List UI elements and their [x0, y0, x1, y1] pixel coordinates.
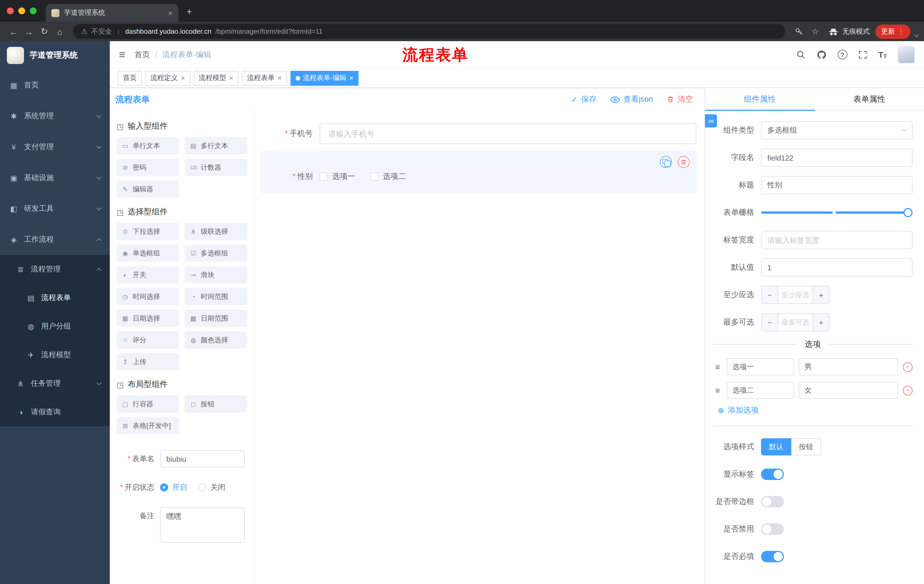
- tag-home[interactable]: 首页: [118, 71, 142, 86]
- browser-update-button[interactable]: 更新 ⋮: [875, 24, 910, 39]
- window-minimize-button[interactable]: [18, 7, 25, 14]
- back-button[interactable]: ←: [6, 26, 21, 36]
- tag-close-icon[interactable]: ×: [277, 74, 282, 82]
- remove-option-button[interactable]: −: [903, 362, 912, 372]
- palette-item-cascade-select[interactable]: ⋔级联选择: [185, 223, 247, 240]
- palette-item-counter[interactable]: 123计数器: [185, 159, 247, 176]
- delete-component-button[interactable]: [678, 156, 690, 168]
- copy-component-button[interactable]: [660, 156, 672, 168]
- sidebar-item-home[interactable]: ▦ 首页: [0, 70, 110, 100]
- bookmark-star-icon[interactable]: ☆: [812, 27, 819, 36]
- sidebar-item-system-management[interactable]: ✱ 系统管理: [0, 100, 110, 132]
- tag-process-definition[interactable]: 流程定义 ×: [145, 71, 190, 86]
- component-type-select[interactable]: 多选框组: [761, 121, 912, 140]
- sidebar-item-payment-management[interactable]: ¥ 支付管理: [0, 132, 110, 162]
- form-name-input[interactable]: [160, 450, 245, 467]
- fullscreen-icon[interactable]: [858, 50, 867, 59]
- style-button-button[interactable]: 按钮: [791, 438, 821, 456]
- increase-button[interactable]: +: [812, 286, 829, 303]
- form-remark-textarea[interactable]: 嘿嘿: [160, 507, 245, 543]
- palette-item-date-range[interactable]: ▩日期范围: [185, 310, 247, 327]
- style-default-button[interactable]: 默认: [761, 438, 791, 456]
- default-value-input[interactable]: [761, 258, 912, 276]
- tag-process-model[interactable]: 流程模型 ×: [193, 71, 238, 86]
- github-icon[interactable]: [816, 49, 827, 60]
- clear-button[interactable]: 清空: [667, 94, 693, 105]
- palette-item-upload[interactable]: ↥上传: [117, 353, 179, 370]
- tab-form-props[interactable]: 表单属性: [815, 88, 924, 110]
- address-bar[interactable]: ⚠ 不安全 | dashboard.yudao.iocoder.cn/bpm/m…: [73, 24, 785, 39]
- min-select-input[interactable]: [778, 286, 812, 303]
- save-button[interactable]: ✓ 保存: [571, 94, 597, 105]
- canvas-field-phone[interactable]: *手机号: [260, 123, 696, 144]
- sidebar-item-infrastructure[interactable]: ▣ 基础设施: [0, 162, 110, 193]
- palette-item-radio-group[interactable]: ◉单选框组: [117, 245, 179, 262]
- palette-item-password[interactable]: ⊘密码: [117, 159, 179, 176]
- option-1-label-input[interactable]: [727, 358, 794, 375]
- window-maximize-button[interactable]: [30, 7, 36, 14]
- palette-item-rating[interactable]: ☆评分: [117, 331, 179, 349]
- increase-button[interactable]: +: [812, 314, 829, 331]
- palette-item-time-range[interactable]: ◔时间范围: [185, 288, 247, 305]
- phone-input[interactable]: [320, 123, 696, 144]
- palette-item-checkbox-group[interactable]: ☑多选框组: [185, 245, 247, 262]
- required-toggle[interactable]: [761, 551, 784, 562]
- sidebar-item-dev-tools[interactable]: ◧ 研发工具: [0, 193, 110, 224]
- palette-item-table[interactable]: ⊞表格[开发中]: [117, 417, 179, 434]
- forward-button[interactable]: →: [21, 26, 36, 36]
- drag-handle-icon[interactable]: ≡: [713, 386, 722, 395]
- form-canvas[interactable]: *手机号 *: [254, 111, 705, 584]
- palette-item-slider[interactable]: ⊸滑块: [185, 266, 247, 283]
- status-off-radio[interactable]: 关闭: [198, 482, 225, 493]
- option-2-value-input[interactable]: [799, 382, 898, 399]
- user-avatar[interactable]: [898, 46, 915, 63]
- tab-close-icon[interactable]: ×: [168, 8, 173, 17]
- palette-item-time-picker[interactable]: ◷时间选择: [117, 288, 179, 305]
- chevron-down-icon[interactable]: [914, 33, 919, 38]
- tag-process-form[interactable]: 流程表单 ×: [242, 71, 287, 86]
- status-on-radio[interactable]: 开启: [160, 482, 187, 493]
- sidebar-item-workflow[interactable]: ◈ 工作流程: [0, 224, 110, 255]
- option-1-value-input[interactable]: [799, 358, 898, 375]
- tag-close-icon[interactable]: ×: [349, 74, 354, 82]
- palette-item-editor[interactable]: ✎编辑器: [117, 181, 179, 198]
- search-icon[interactable]: [795, 50, 805, 59]
- option-2-label-input[interactable]: [727, 382, 794, 399]
- help-icon[interactable]: ?: [837, 50, 847, 59]
- palette-item-switch[interactable]: ◐开关: [117, 266, 179, 283]
- password-key-icon[interactable]: [795, 27, 804, 36]
- sidebar-logo[interactable]: 芋道管理系统: [0, 41, 110, 70]
- slider-handle[interactable]: [903, 208, 912, 217]
- palette-item-date-picker[interactable]: ▦日期选择: [117, 310, 179, 327]
- palette-item-button[interactable]: ◻按钮: [185, 395, 247, 413]
- sidebar-item-user-group[interactable]: ◍ 用户分组: [0, 312, 110, 341]
- drag-handle-icon[interactable]: ≡: [713, 362, 722, 372]
- palette-item-color-picker[interactable]: ◍颜色选择: [185, 331, 247, 349]
- border-toggle[interactable]: [761, 496, 784, 507]
- link-icon[interactable]: ∞: [705, 114, 717, 127]
- decrease-button[interactable]: −: [762, 286, 778, 303]
- remove-option-button[interactable]: −: [903, 385, 912, 395]
- window-close-button[interactable]: [7, 7, 14, 14]
- tab-component-props[interactable]: 组件属性: [705, 88, 815, 110]
- new-tab-button[interactable]: +: [186, 6, 192, 18]
- view-json-button[interactable]: 查看json: [610, 94, 653, 105]
- canvas-field-gender-selected[interactable]: *性别 选项一 选项二: [260, 151, 696, 193]
- decrease-button[interactable]: −: [762, 314, 778, 331]
- gender-option-2-checkbox[interactable]: 选项二: [370, 171, 406, 182]
- reload-button[interactable]: ↻: [36, 26, 52, 36]
- disabled-toggle[interactable]: [761, 523, 784, 535]
- field-name-input[interactable]: [761, 148, 912, 167]
- sidebar-item-process-form[interactable]: ▤ 流程表单: [0, 283, 110, 312]
- palette-item-row-container[interactable]: ▢行容器: [117, 395, 179, 413]
- form-grid-slider[interactable]: [761, 204, 912, 222]
- max-select-input[interactable]: [778, 314, 812, 331]
- tag-close-icon[interactable]: ×: [229, 74, 233, 82]
- title-input[interactable]: [761, 176, 912, 194]
- palette-item-single-line-text[interactable]: ▭单行文本: [117, 137, 179, 154]
- palette-item-dropdown-select[interactable]: ⊙下拉选择: [117, 223, 179, 240]
- sidebar-item-task-management[interactable]: ⋔ 任务管理: [0, 369, 110, 398]
- sidebar-item-process-model[interactable]: ✈ 流程模型: [0, 341, 110, 369]
- hamburger-icon[interactable]: ≡: [119, 48, 125, 61]
- sidebar-item-leave-query[interactable]: ◑ 请假查询: [0, 398, 110, 426]
